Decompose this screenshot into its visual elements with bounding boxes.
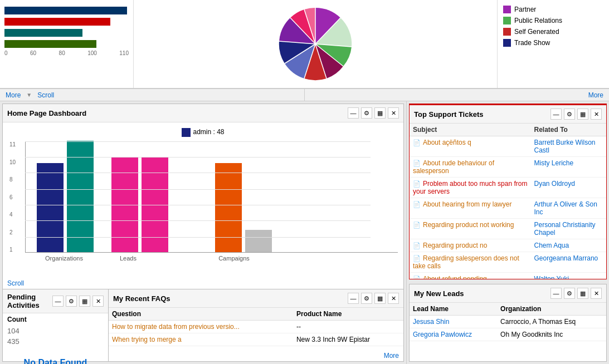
leads-config-btn[interactable]: — xyxy=(550,288,562,299)
related-link-3[interactable]: Dyan Oldroyd xyxy=(534,180,575,188)
lead-name-1[interactable]: Jesusa Shin xyxy=(413,318,449,326)
bar-legend-label: admin : 48 xyxy=(193,128,224,137)
dashboard-close-btn[interactable]: ✕ xyxy=(388,107,399,119)
bar-row-2 xyxy=(4,18,129,26)
dashboard-header: Home Page Dashboard — ⚙ ▦ ✕ xyxy=(3,104,403,122)
count-header: Count xyxy=(7,316,27,323)
faq-link-2[interactable]: When trying to merge a xyxy=(112,336,182,343)
support-close-btn[interactable]: ✕ xyxy=(591,109,602,120)
dashboard-refresh-btn[interactable]: ⚙ xyxy=(361,107,372,119)
faq-refresh-btn[interactable]: ⚙ xyxy=(361,293,372,304)
ticket-row-1: 📄About açëñtos q Barrett Burke Wilson Ca… xyxy=(410,136,606,157)
count-104: 104 xyxy=(3,326,108,336)
ticket-row-7: 📄Regarding salesperson does not take cal… xyxy=(410,252,606,273)
faq-cols-btn[interactable]: ▦ xyxy=(374,293,386,304)
pie-chart-area xyxy=(134,0,498,88)
full-layout: 0 60 80 100 110 xyxy=(0,0,609,364)
lead-name-2[interactable]: Gregoria Pawlowicz xyxy=(413,331,472,338)
more-link-left[interactable]: More xyxy=(6,91,21,99)
y-10: 10 xyxy=(9,159,16,165)
ticket-row-8: 📄About refund pending Walton Yuki xyxy=(410,273,606,279)
dashboard-title: Home Page Dashboard xyxy=(7,109,86,117)
dashboard-scroll-link[interactable]: Scroll xyxy=(7,279,24,287)
faq-row-2: When trying to merge a New 3.3 Inch 9W E… xyxy=(109,333,403,346)
legend-tradeshow: Trade Show xyxy=(503,39,603,47)
more-link-right[interactable]: More xyxy=(588,91,603,99)
dashboard-config-btn[interactable]: — xyxy=(348,107,359,119)
legend-label-partner: Partner xyxy=(514,6,536,13)
doc-icon-3: 📄 xyxy=(413,180,421,187)
legend-self-gen: Self Generated xyxy=(503,28,603,36)
legend-pr: Public Relations xyxy=(503,17,603,24)
ticket-link-1[interactable]: About açëñtos q xyxy=(423,139,471,146)
ticket-link-8[interactable]: About refund pending xyxy=(423,275,487,279)
ticket-table: Subject Related To 📄About açëñtos q Barr… xyxy=(410,124,606,279)
faq-config-btn[interactable]: — xyxy=(348,293,359,304)
leads-table: Lead Name Organization Jesusa Shin Carro… xyxy=(410,303,606,361)
related-link-2[interactable]: Misty Leriche xyxy=(534,159,574,167)
x-axis-bar-labels: Organizations Leads Campaigns xyxy=(25,255,398,262)
scroll-arrow-down: ▼ xyxy=(26,92,32,98)
legend-label-tradeshow: Trade Show xyxy=(514,39,550,47)
ticket-link-3[interactable]: Problem about too much span from your se… xyxy=(413,180,527,195)
x-label-spacer xyxy=(159,255,203,262)
grid-lines xyxy=(25,141,371,253)
doc-icon-2: 📄 xyxy=(413,160,421,166)
bar-row-4 xyxy=(4,40,129,48)
y-2: 2 xyxy=(9,229,16,235)
ticket-link-6[interactable]: Regarding product no xyxy=(423,242,487,249)
legend-partner: Partner xyxy=(503,6,603,13)
related-link-4[interactable]: Arthur A Oliver & Son Inc xyxy=(534,200,597,216)
support-controls: — ⚙ ▦ ✕ xyxy=(550,109,602,120)
support-col-related: Related To xyxy=(531,124,607,136)
support-cols-btn[interactable]: ▦ xyxy=(577,109,588,120)
doc-icon-1: 📄 xyxy=(413,139,421,146)
related-link-6[interactable]: Chem Aqua xyxy=(534,242,569,249)
doc-icon-6: 📄 xyxy=(413,242,421,249)
dashboard-columns-btn[interactable]: ▦ xyxy=(374,107,386,119)
x-axis-labels: 0 60 80 100 110 xyxy=(4,50,129,56)
home-dashboard-panel: Home Page Dashboard — ⚙ ▦ ✕ admin : 48 xyxy=(2,104,404,362)
pending-cols-btn[interactable]: ▦ xyxy=(79,296,90,307)
right-column: Top Support Tickets — ⚙ ▦ ✕ Subje xyxy=(407,101,609,364)
pending-refresh-btn[interactable]: ⚙ xyxy=(66,296,77,307)
related-link-5[interactable]: Personal Christianity Chapel xyxy=(534,221,596,237)
x-label-orgs: Organizations xyxy=(31,255,98,262)
faq-title: My Recent FAQs xyxy=(113,294,170,303)
bar-chart-area: admin : 48 11 10 8 6 4 2 1 xyxy=(3,122,403,278)
ticket-link-7[interactable]: Regarding salesperson does not take call… xyxy=(413,254,519,270)
leads-refresh-btn[interactable]: ⚙ xyxy=(564,288,575,299)
horizontal-bars xyxy=(4,7,129,48)
pending-header: Pending Activities — ⚙ ▦ ✕ xyxy=(3,289,108,313)
faq-link-1[interactable]: How to migrate data from previous versio… xyxy=(112,323,240,331)
scroll-link-left[interactable]: Scroll xyxy=(37,91,54,99)
bar-row-3 xyxy=(4,29,129,37)
ticket-link-4[interactable]: About hearing from my lawyer xyxy=(423,200,511,208)
faq-controls: — ⚙ ▦ ✕ xyxy=(348,293,399,304)
new-leads-panel: My New Leads — ⚙ ▦ ✕ Lead Name xyxy=(409,284,607,362)
axis-80: 80 xyxy=(59,50,65,56)
faq-close-btn[interactable]: ✕ xyxy=(388,293,399,304)
legend-color-pr xyxy=(503,17,511,24)
pending-close-btn[interactable]: ✕ xyxy=(92,296,104,307)
ticket-row-4: 📄About hearing from my lawyer Arthur A O… xyxy=(410,198,606,219)
related-link-8[interactable]: Walton Yuki xyxy=(534,275,569,279)
doc-icon-8: 📄 xyxy=(413,276,421,279)
leads-close-btn[interactable]: ✕ xyxy=(591,288,602,299)
doc-icon-5: 📄 xyxy=(413,222,421,228)
support-config-btn[interactable]: — xyxy=(550,109,562,120)
leads-cols-btn[interactable]: ▦ xyxy=(577,288,588,299)
x-label-leads: Leads xyxy=(98,255,159,262)
ticket-link-2[interactable]: About rude behaviour of salesperson xyxy=(413,159,494,175)
related-link-7[interactable]: Georgeanna Marrano xyxy=(534,254,598,262)
pending-config-btn[interactable]: — xyxy=(52,296,64,307)
support-header: Top Support Tickets — ⚙ ▦ ✕ xyxy=(410,105,606,124)
related-link-1[interactable]: Barrett Burke Wilson Castl xyxy=(534,139,596,154)
support-refresh-btn[interactable]: ⚙ xyxy=(564,109,575,120)
y-6: 6 xyxy=(9,194,16,200)
ticket-link-5[interactable]: Regarding product not working xyxy=(423,221,514,229)
doc-icon-4: 📄 xyxy=(413,201,421,208)
bar-4 xyxy=(4,40,96,48)
count-435: 435 xyxy=(3,336,108,347)
faq-more-link[interactable]: More xyxy=(384,352,399,360)
